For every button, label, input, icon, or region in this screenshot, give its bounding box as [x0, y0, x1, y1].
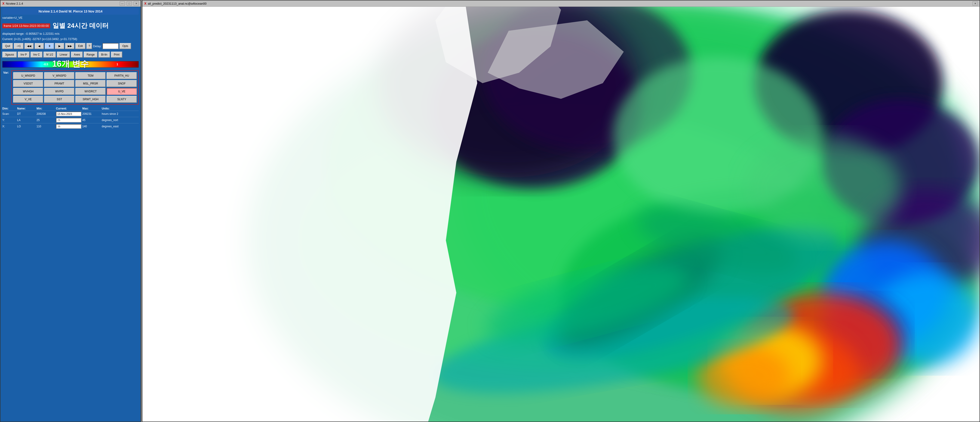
3gauss-button[interactable]: 3gauss [2, 52, 17, 58]
var-pramt[interactable]: PRAMT [44, 80, 75, 87]
viz-titlebar: X all_predict_20231113_anal.nc@a4locean0… [142, 0, 980, 7]
dim-scan-name: DT [17, 112, 36, 115]
range-button[interactable]: Range [84, 52, 97, 58]
inv-p-button[interactable]: Inv P [18, 52, 30, 58]
dim-x-units: degrees_east [102, 125, 139, 128]
forward-button[interactable]: ▶▶ [65, 43, 75, 49]
variables-grid: U_WNSPD V_WNSPD TEM PARTN_HU VSDST PRAMT… [13, 72, 137, 103]
colorbar-wrapper: -0.5 1 16개 변수 [2, 60, 139, 69]
inv-c-button[interactable]: Inv C [30, 52, 43, 58]
var-msl-prsr[interactable]: MSL_PRSR [75, 80, 106, 87]
var-sst[interactable]: SST [44, 96, 75, 103]
dim-col-units: Units: [102, 107, 139, 110]
var-v-ve[interactable]: V_VE [13, 96, 43, 103]
var-wvdrct[interactable]: WVDRCT [75, 88, 106, 95]
variables-section: U_WNSPD V_WNSPD TEM PARTN_HU VSDST PRAMT… [11, 70, 139, 105]
dim-scan-min: 209208 [37, 112, 55, 115]
dim-y-current[interactable] [56, 118, 81, 123]
viz-window-icon: X [144, 2, 146, 5]
quit-button[interactable]: Quit [2, 43, 13, 49]
play-button[interactable]: ▶ [55, 43, 64, 49]
help-button[interactable]: ? [86, 43, 92, 49]
dim-scan-units: hours since 2 [102, 112, 139, 115]
next1-button[interactable]: ->1 [14, 43, 24, 49]
dim-row-y: Y: LA 25 45 degrees_nort [2, 117, 139, 123]
viz-title: all_predict_20231113_anal.nc@a4locean00 [148, 2, 207, 5]
colorbar-label-right: 1 [116, 63, 118, 66]
dim-scan-current[interactable] [56, 112, 81, 116]
svg-marker-28 [142, 7, 477, 422]
dims-header: Dim: Name: Min: Current: Max: Units: [2, 107, 139, 111]
svg-point-22 [744, 136, 901, 240]
pause-button[interactable]: ⏸ [45, 43, 54, 49]
korean-title-1: 일별 24시간 데이터 [52, 21, 109, 30]
close-button[interactable]: ✕ [134, 2, 139, 6]
var-wvpd[interactable]: WVPD [44, 88, 75, 95]
colorbar: -0.5 1 [2, 61, 139, 67]
viz-window-controls: ✕ [973, 2, 978, 6]
var-wvhgh[interactable]: WVHGH [13, 88, 43, 95]
var-partn-hu[interactable]: PARTN_HU [107, 72, 137, 79]
ncview-titlebar: X Ncview 2.1.4 — □ ✕ [0, 0, 140, 7]
bi-lin-button[interactable]: Bi-lin [99, 52, 110, 58]
current-position: Current: (i=21, j=405) -32767 (x=110.349… [2, 37, 139, 41]
ncview-window-icon: X [2, 2, 5, 5]
dim-y-min: 25 [37, 118, 55, 122]
dim-col-min: Min: [37, 107, 55, 110]
axes-button[interactable]: Axes [71, 52, 83, 58]
dim-x-name: LO [17, 125, 36, 128]
dim-col-dim: Dim: [2, 107, 16, 110]
controls-row-2: 3gauss Inv P Inv C M 1/2 Linear Axes Ran… [2, 51, 139, 58]
viz-close-button[interactable]: ✕ [973, 2, 978, 6]
var-u-wnspd[interactable]: U_WNSPD [13, 72, 43, 79]
edit-button[interactable]: Edit [75, 43, 86, 49]
viz-content [142, 7, 980, 422]
dim-x-label: X: [2, 125, 16, 128]
variable-label: variable=U_VE [2, 16, 139, 20]
linear-button[interactable]: Linear [57, 52, 70, 58]
frame-info: frame 1/24 13-Nov-2023 00:00:00 [2, 23, 50, 28]
dim-x-min: 110 [37, 125, 55, 128]
var-v-wnspd[interactable]: V_WNSPD [44, 72, 75, 79]
m-half-button[interactable]: M 1/2 [43, 52, 56, 58]
dim-row-x: X: LO 110 140 degrees_east [2, 123, 139, 129]
dim-col-name: Name: [17, 107, 36, 110]
dim-row-scan: Scan: DT 209208 209231 hours since 2 [2, 111, 139, 117]
var-srwt-hgh[interactable]: SRWT_HGH [75, 96, 106, 103]
colorbar-label-left: -0.5 [43, 63, 48, 66]
ncview-content: Ncview 2.1.4 David W. Pierce 13 Nov 2014… [0, 7, 140, 422]
dim-y-max: 45 [82, 118, 101, 122]
dim-x-max: 140 [82, 125, 101, 128]
dim-x-current[interactable] [56, 124, 81, 129]
dims-section: Dim: Name: Min: Current: Max: Units: Sca… [2, 107, 139, 129]
print-button[interactable]: Print [111, 52, 122, 58]
controls-row-1: Quit ->1 ◀◀ ◀ ⏸ ▶ ▶▶ Edit ? Delay: Opts [2, 42, 139, 50]
dim-col-max: Max: [82, 107, 101, 110]
var-vsdst[interactable]: VSDST [13, 80, 43, 87]
delay-input[interactable] [102, 43, 119, 49]
window-controls: — □ ✕ [120, 2, 139, 6]
minimize-button[interactable]: — [120, 2, 125, 6]
var-section-wrapper: Var: U_WNSPD V_WNSPD TEM PARTN_HU VSDST … [2, 70, 139, 105]
prev-button[interactable]: ◀ [35, 43, 44, 49]
var-snof[interactable]: SNOF [107, 80, 137, 87]
dim-col-current: Current: [56, 107, 81, 110]
ncview-title: Ncview 2.1.4 [6, 2, 23, 5]
rewind-button[interactable]: ◀◀ [24, 43, 34, 49]
var-slnty[interactable]: SLNTY [107, 96, 137, 103]
maximize-button[interactable]: □ [127, 2, 132, 6]
ncview-window: X Ncview 2.1.4 — □ ✕ Ncview 2.1.4 David … [0, 0, 141, 422]
var-section-label: Var: [2, 70, 10, 75]
opts-button[interactable]: Opts [119, 43, 131, 49]
ocean-visualization [142, 7, 980, 422]
displayed-range: displayed range: -0.905827 to 1.22331 m/… [2, 32, 139, 36]
ncview-header: Ncview 2.1.4 David W. Pierce 13 Nov 2014 [2, 8, 139, 14]
dim-scan-label: Scan: [2, 112, 16, 115]
var-u-ve[interactable]: U_VE [107, 88, 137, 95]
dim-y-label: Y: [2, 118, 16, 122]
var-tem[interactable]: TEM [75, 72, 106, 79]
dim-y-name: LA [17, 118, 36, 122]
viz-window: X all_predict_20231113_anal.nc@a4locean0… [142, 0, 980, 422]
delay-label: Delay: [93, 44, 102, 48]
dim-y-units: degrees_nort [102, 118, 139, 122]
